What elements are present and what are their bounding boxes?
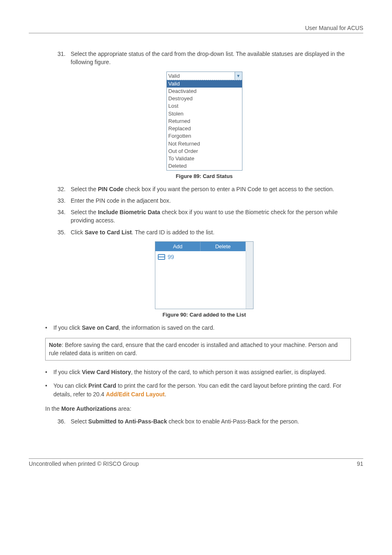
dropdown-selected-text: Valid [167, 72, 235, 80]
bullet-list-a: • If you click Save on Card, the informa… [45, 324, 351, 332]
option-deactivated[interactable]: Deactivated [167, 88, 242, 95]
chevron-down-icon[interactable]: ▼ [235, 72, 242, 80]
step-number: 31. [58, 50, 71, 67]
step-text: Select the appropriate status of the car… [71, 50, 351, 67]
step-number: 33. [58, 197, 71, 205]
steps-list-c: 36. Select Submitted to Anti-Pass-Back c… [58, 417, 351, 426]
page-footer: Uncontrolled when printed © RISCO Group … [29, 458, 363, 467]
footer-page-number: 91 [357, 460, 363, 467]
step-35: 35. Click Save to Card List. The card ID… [58, 228, 351, 236]
card-icon [158, 254, 165, 260]
bullet-icon: • [45, 368, 53, 377]
bullet-text: If you click View Card History, the hist… [53, 368, 351, 377]
delete-button[interactable]: Delete [201, 242, 246, 251]
option-valid[interactable]: Valid [167, 80, 242, 88]
dropdown-display[interactable]: Valid ▼ [167, 72, 242, 80]
dropdown-options[interactable]: Valid Deactivated Destroyed Lost Stolen … [167, 80, 242, 170]
figure-90-wrap: Add Delete 99 Figure 90: Card added to t… [58, 241, 351, 318]
option-destroyed[interactable]: Destroyed [167, 95, 242, 102]
step-number: 34. [58, 208, 71, 225]
card-list-body: 99 [155, 251, 253, 309]
note-text: : Before saving the card, ensure that th… [49, 342, 338, 356]
header-title: User Manual for ACUS [305, 25, 363, 31]
card-list-panel: Add Delete 99 [155, 241, 254, 309]
step-number: 35. [58, 228, 71, 236]
card-id: 99 [168, 254, 174, 260]
step-text: Select the Include Biometric Data check … [71, 208, 351, 225]
step-text: Select Submitted to Anti-Pass-Back check… [71, 417, 351, 426]
card-list-header: Add Delete [155, 242, 253, 251]
figure-89-caption: Figure 89: Card Status [58, 173, 351, 179]
step-34: 34. Select the Include Biometric Data ch… [58, 208, 351, 225]
note-box: Note: Before saving the card, ensure tha… [45, 338, 351, 361]
scrollbar[interactable] [246, 251, 253, 309]
bullet-text: If you click Save on Card, the informati… [53, 324, 351, 332]
footer-left: Uncontrolled when printed © RISCO Group [29, 460, 139, 467]
step-number: 32. [58, 185, 71, 193]
steps-list-a: 31. Select the appropriate status of the… [58, 50, 351, 67]
step-32: 32. Select the PIN Code check box if you… [58, 185, 351, 193]
bullet-icon: • [45, 324, 53, 332]
step-text: Select the PIN Code check box if you wan… [71, 185, 351, 193]
step-36: 36. Select Submitted to Anti-Pass-Back c… [58, 417, 351, 426]
more-authorizations-heading: In the More Authorizations area: [45, 405, 351, 413]
link-add-edit-card-layout[interactable]: Add/Edit Card Layout [106, 391, 165, 398]
option-returned[interactable]: Returned [167, 118, 242, 125]
option-not-returned[interactable]: Not Returned [167, 140, 242, 148]
add-button[interactable]: Add [155, 242, 201, 251]
page-content: 31. Select the appropriate status of the… [29, 50, 363, 426]
option-deleted[interactable]: Deleted [167, 162, 242, 170]
option-out-of-order[interactable]: Out of Order [167, 148, 242, 155]
option-lost[interactable]: Lost [167, 102, 242, 110]
step-text: Click Save to Card List. The card ID is … [71, 228, 351, 236]
step-33: 33. Enter the PIN code in the adjacent b… [58, 197, 351, 205]
status-dropdown[interactable]: Valid ▼ Valid Deactivated Destroyed Lost… [166, 72, 242, 171]
steps-list-b: 32. Select the PIN Code check box if you… [58, 185, 351, 236]
bullet-text: You can click Print Card to print the ca… [53, 382, 351, 399]
option-to-validate[interactable]: To Validate [167, 155, 242, 162]
card-list-items: 99 [155, 251, 246, 309]
note-label: Note [49, 342, 62, 348]
option-replaced[interactable]: Replaced [167, 125, 242, 132]
bullet-list-b: • If you click View Card History, the hi… [45, 368, 351, 399]
option-forgotten[interactable]: Forgotten [167, 132, 242, 140]
scrollbar-head [246, 242, 253, 251]
figure-89-wrap: Valid ▼ Valid Deactivated Destroyed Lost… [58, 72, 351, 179]
step-number: 36. [58, 417, 71, 426]
bullet-save-on-card: • If you click Save on Card, the informa… [45, 324, 351, 332]
step-31: 31. Select the appropriate status of the… [58, 50, 351, 67]
bullet-print-card: • You can click Print Card to print the … [45, 382, 351, 399]
bullet-icon: • [45, 382, 53, 399]
bullet-view-history: • If you click View Card History, the hi… [45, 368, 351, 377]
figure-90-caption: Figure 90: Card added to the List [58, 312, 351, 318]
option-stolen[interactable]: Stolen [167, 110, 242, 118]
page-header: User Manual for ACUS [29, 25, 363, 33]
step-text: Enter the PIN code in the adjacent box. [71, 197, 351, 205]
list-item[interactable]: 99 [158, 254, 243, 260]
